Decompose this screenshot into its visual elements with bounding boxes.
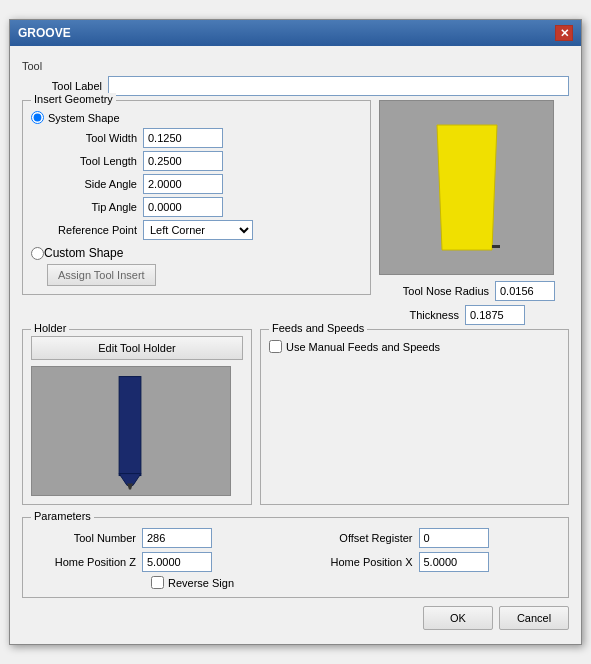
side-angle-input[interactable] (143, 174, 223, 194)
cancel-button[interactable]: Cancel (499, 606, 569, 630)
main-row: Insert Geometry System Shape Tool Width … (22, 100, 569, 329)
insert-geometry-title: Insert Geometry (31, 93, 116, 105)
svg-rect-4 (119, 377, 141, 476)
tool-number-label: Tool Number (31, 532, 136, 544)
system-shape-label: System Shape (48, 112, 120, 124)
dialog-content: Tool Tool Label Insert Geometry System S… (10, 46, 581, 644)
svg-rect-2 (492, 245, 500, 248)
home-pos-z-input[interactable] (142, 552, 212, 572)
title-bar: GROOVE ✕ (10, 20, 581, 46)
groove-dialog: GROOVE ✕ Tool Tool Label Insert Geometry… (9, 19, 582, 645)
offset-register-label: Offset Register (298, 532, 413, 544)
left-col: Insert Geometry System Shape Tool Width … (22, 100, 371, 329)
manual-feeds-checkbox[interactable] (269, 340, 282, 353)
ok-button[interactable]: OK (423, 606, 493, 630)
tool-length-label: Tool Length (47, 155, 137, 167)
tool-label-text: Tool Label (22, 80, 102, 92)
thickness-row: Thickness (379, 305, 569, 325)
params-grid: Tool Number Offset Register Home Positio… (31, 528, 560, 572)
feeds-section: Feeds and Speeds Use Manual Feeds and Sp… (260, 329, 569, 505)
insert-geometry-box: Insert Geometry System Shape Tool Width … (22, 100, 371, 295)
edit-tool-holder-button[interactable]: Edit Tool Holder (31, 336, 243, 360)
insert-preview-svg (387, 105, 547, 270)
side-angle-row: Side Angle (31, 174, 362, 194)
custom-shape-label: Custom Shape (44, 246, 123, 260)
tool-label-input[interactable] (108, 76, 569, 96)
bottom-row: Holder Edit Tool Holder Feeds and Speeds (22, 329, 569, 511)
tool-width-input[interactable] (143, 128, 223, 148)
tool-section-label: Tool (22, 60, 569, 72)
thickness-label: Thickness (379, 309, 459, 321)
offset-register-input[interactable] (419, 528, 489, 548)
reference-point-select[interactable]: Left Corner Center Right Corner (143, 220, 253, 240)
tool-section: Tool Tool Label (22, 60, 569, 96)
dialog-title: GROOVE (18, 26, 71, 40)
home-pos-x-row: Home Position X (298, 552, 561, 572)
manual-feeds-row: Use Manual Feeds and Speeds (269, 340, 560, 353)
nose-radius-label: Tool Nose Radius (379, 285, 489, 297)
params-title: Parameters (31, 510, 94, 522)
nose-radius-input[interactable] (495, 281, 555, 301)
nose-radius-row: Tool Nose Radius (379, 281, 569, 301)
offset-register-row: Offset Register (298, 528, 561, 548)
home-pos-x-input[interactable] (419, 552, 489, 572)
reference-point-label: Reference Point (47, 224, 137, 236)
home-pos-z-row: Home Position Z (31, 552, 294, 572)
thickness-input[interactable] (465, 305, 525, 325)
tip-angle-label: Tip Angle (47, 201, 137, 213)
tool-length-input[interactable] (143, 151, 223, 171)
holder-title: Holder (31, 322, 69, 334)
tool-width-row: Tool Width (31, 128, 362, 148)
tool-width-label: Tool Width (47, 132, 137, 144)
home-pos-x-label: Home Position X (298, 556, 413, 568)
insert-preview (379, 100, 554, 275)
assign-tool-insert-button[interactable]: Assign Tool Insert (47, 264, 156, 286)
custom-shape-radio[interactable] (31, 247, 44, 260)
home-pos-z-label: Home Position Z (31, 556, 136, 568)
manual-feeds-label: Use Manual Feeds and Speeds (286, 341, 440, 353)
reference-point-row: Reference Point Left Corner Center Right… (31, 220, 362, 240)
holder-section: Holder Edit Tool Holder (22, 329, 252, 505)
feeds-title: Feeds and Speeds (269, 322, 367, 334)
side-angle-label: Side Angle (47, 178, 137, 190)
tip-angle-input[interactable] (143, 197, 223, 217)
system-shape-radio-row: System Shape (31, 111, 362, 124)
footer-buttons: OK Cancel (22, 606, 569, 634)
params-section: Parameters Tool Number Offset Register H… (22, 517, 569, 598)
tool-length-row: Tool Length (31, 151, 362, 171)
system-shape-radio[interactable] (31, 111, 44, 124)
reverse-sign-row: Reverse Sign (151, 576, 560, 589)
custom-shape-row: Custom Shape (31, 246, 362, 260)
close-button[interactable]: ✕ (555, 25, 573, 41)
reverse-sign-checkbox[interactable] (151, 576, 164, 589)
tip-angle-row: Tip Angle (31, 197, 362, 217)
holder-preview-svg (32, 366, 230, 496)
tool-number-input[interactable] (142, 528, 212, 548)
holder-preview (31, 366, 231, 496)
tool-number-row: Tool Number (31, 528, 294, 548)
right-col: Tool Nose Radius Thickness (379, 100, 569, 329)
svg-marker-1 (437, 125, 497, 250)
reverse-sign-label: Reverse Sign (168, 577, 234, 589)
